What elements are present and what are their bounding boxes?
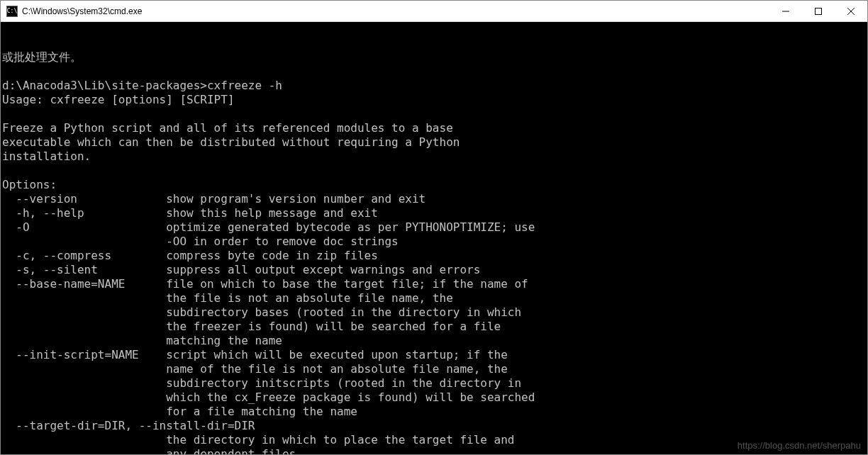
terminal-output: 或批处理文件。 d:\Anacoda3\Lib\site-packages>cx… — [2, 50, 866, 454]
minimize-button[interactable] — [769, 1, 802, 21]
cmd-window: C:\ C:\Windows\System32\cmd.exe 或批处理文件。 … — [0, 0, 868, 455]
window-controls — [769, 1, 867, 21]
cmd-icon: C:\ — [6, 6, 18, 17]
terminal-area[interactable]: 或批处理文件。 d:\Anacoda3\Lib\site-packages>cx… — [1, 22, 867, 454]
maximize-button[interactable] — [802, 1, 835, 21]
titlebar[interactable]: C:\ C:\Windows\System32\cmd.exe — [1, 1, 867, 22]
svg-rect-1 — [816, 8, 822, 14]
window-title: C:\Windows\System32\cmd.exe — [22, 6, 769, 16]
close-button[interactable] — [835, 1, 867, 21]
